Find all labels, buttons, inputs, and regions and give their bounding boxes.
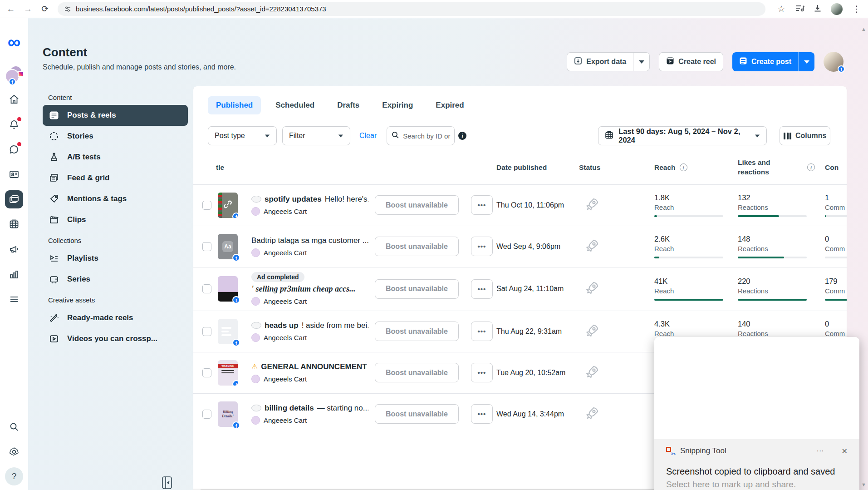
ads-megaphone-icon[interactable] [5, 240, 23, 258]
browser-profile-avatar[interactable] [831, 3, 843, 15]
more-options-button[interactable]: ••• [471, 279, 493, 299]
sidebar-item-feed-grid[interactable]: Feed & grid [43, 168, 188, 188]
all-tools-menu-icon[interactable] [5, 290, 23, 308]
search-box[interactable] [387, 126, 455, 145]
more-options-button[interactable]: ••• [471, 322, 493, 341]
sidebar-item-ab-tests[interactable]: A/B tests [43, 147, 188, 168]
sidebar-item-ready-made-reels[interactable]: Ready-made reels [43, 307, 188, 328]
settings-gear-icon[interactable] [5, 443, 23, 461]
sidebar-item-crosspost-videos[interactable]: Videos you can crossp... [43, 328, 188, 349]
col-reach[interactable]: Reach i [654, 163, 738, 172]
boost-button[interactable]: Boost unavailable [375, 404, 459, 424]
row-checkbox[interactable] [202, 368, 211, 377]
collapse-sidebar-icon[interactable] [162, 476, 172, 490]
boost-button[interactable]: Boost unavailable [375, 195, 459, 215]
boost-button[interactable]: Boost unavailable [375, 363, 459, 382]
col-date-published[interactable]: Date published [496, 163, 579, 172]
col-comments[interactable]: Con [825, 163, 847, 172]
address-bar[interactable]: business.facebook.com/latest/posts/publi… [58, 2, 765, 16]
notifications-icon[interactable] [5, 115, 23, 134]
create-post-dropdown-arrow[interactable] [798, 52, 814, 71]
post-thumbnail[interactable]: f [218, 276, 238, 302]
post-thumbnail[interactable]: Aa f [218, 234, 238, 259]
tab-expiring[interactable]: Expiring [374, 96, 421, 114]
content-icon[interactable] [5, 190, 23, 208]
sidebar-item-stories[interactable]: Stories [43, 126, 188, 147]
columns-button[interactable]: Columns [780, 126, 830, 145]
page-scroll-down-arrow[interactable]: ▼ [861, 482, 866, 487]
boost-rocket-icon[interactable] [579, 238, 654, 255]
browser-back-button[interactable]: ← [6, 4, 15, 14]
bookmark-star-icon[interactable]: ☆ [776, 4, 786, 14]
sidebar-item-playlists[interactable]: Playlists [43, 248, 188, 269]
search-info-icon[interactable]: i [458, 132, 466, 140]
clear-filters-link[interactable]: Clear [359, 132, 377, 140]
browser-menu-icon[interactable]: ⋮ [852, 4, 862, 14]
boost-rocket-icon[interactable] [579, 323, 654, 340]
leads-card-icon[interactable] [5, 165, 23, 183]
sidebar-item-posts-reels[interactable]: Posts & reels [43, 105, 188, 126]
snipping-tool-notification[interactable]: ✂ Snipping Tool ··· ✕ Screenshot copied … [654, 337, 859, 490]
boost-rocket-icon[interactable] [579, 406, 654, 423]
reach-info-icon[interactable]: i [680, 163, 687, 171]
sidebar-item-clips[interactable]: Clips [43, 209, 188, 230]
row-checkbox[interactable] [202, 327, 211, 336]
post-type-select[interactable]: Post type [208, 126, 277, 145]
account-avatar[interactable]: f [824, 52, 843, 72]
export-dropdown-arrow[interactable] [633, 53, 649, 71]
boost-rocket-icon[interactable] [579, 364, 654, 381]
post-thumbnail[interactable]: WARNING f [218, 360, 238, 386]
boost-rocket-icon[interactable] [579, 197, 654, 214]
boost-button[interactable]: Boost unavailable [375, 237, 459, 256]
business-profile-switcher[interactable]: f [5, 65, 23, 84]
home-icon[interactable] [5, 90, 23, 109]
browser-reload-button[interactable]: ⟳ [40, 4, 49, 14]
sidebar-item-mentions-tags[interactable]: Mentions & tags [43, 188, 188, 209]
more-options-button[interactable]: ••• [471, 404, 493, 424]
media-playlist-icon[interactable] [795, 5, 804, 14]
boost-button[interactable]: Boost unavailable [375, 322, 459, 341]
post-thumbnail[interactable]: f [218, 319, 238, 344]
row-checkbox[interactable] [202, 201, 211, 210]
col-likes-reactions[interactable]: Likes and reactions i [738, 158, 825, 177]
filter-select[interactable]: Filter [282, 126, 350, 145]
notification-more-icon[interactable]: ··· [817, 447, 824, 455]
search-icon[interactable] [5, 418, 23, 436]
tab-drafts[interactable]: Drafts [329, 96, 368, 114]
boost-button[interactable]: Boost unavailable [375, 279, 459, 299]
post-thumbnail[interactable]: Billing Details! f [218, 401, 238, 427]
tab-expired[interactable]: Expired [427, 96, 472, 114]
tab-published[interactable]: Published [208, 96, 261, 114]
likes-info-icon[interactable]: i [807, 163, 815, 171]
row-checkbox[interactable] [202, 284, 211, 293]
site-settings-icon[interactable] [64, 5, 71, 13]
page-scroll-up-arrow[interactable]: ▲ [861, 26, 866, 32]
row-checkbox[interactable] [202, 242, 211, 251]
help-button[interactable]: ? [5, 467, 23, 485]
boost-rocket-icon[interactable] [579, 280, 654, 297]
search-input[interactable] [403, 132, 452, 140]
row-checkbox[interactable] [202, 410, 211, 419]
more-options-button[interactable]: ••• [471, 195, 493, 215]
col-status[interactable]: Status [579, 163, 654, 172]
planner-icon[interactable] [5, 215, 23, 233]
create-post-button[interactable]: Create post [732, 52, 814, 71]
download-icon[interactable] [814, 4, 822, 14]
tab-scheduled[interactable]: Scheduled [267, 96, 323, 114]
sidebar-item-series[interactable]: Series [43, 269, 188, 290]
col-title[interactable]: tle [216, 163, 251, 172]
meta-logo[interactable]: ∞ [8, 32, 21, 52]
author-name: Angeeels Cart [264, 208, 307, 215]
inbox-chat-icon[interactable] [5, 140, 23, 158]
date-range-button[interactable]: Last 90 days: Aug 5, 2024 – Nov 2, 2024 [598, 126, 767, 145]
author-name: Angeeels Cart [264, 249, 307, 257]
browser-forward-button[interactable]: → [24, 4, 33, 14]
more-options-button[interactable]: ••• [471, 363, 493, 382]
export-data-button[interactable]: Export data [567, 52, 650, 71]
create-reel-button[interactable]: Create reel [659, 52, 723, 71]
screenshot-preview[interactable] [654, 337, 859, 439]
insights-chart-icon[interactable] [5, 265, 23, 283]
post-thumbnail[interactable]: f [218, 193, 238, 218]
more-options-button[interactable]: ••• [471, 237, 493, 256]
notification-close-icon[interactable]: ✕ [842, 447, 848, 455]
